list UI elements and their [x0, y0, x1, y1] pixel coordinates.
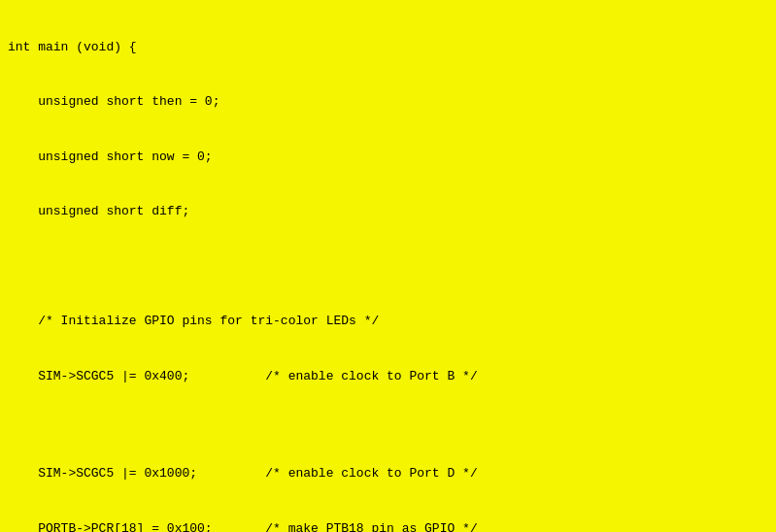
- code-line: [8, 258, 768, 277]
- top-code-block: int main (void) { unsigned short then = …: [0, 0, 776, 424]
- code-line: unsigned short diff;: [8, 203, 768, 221]
- code-line: SIM->SCGC5 |= 0x1000; /* enable clock to…: [8, 465, 768, 483]
- bottom-code-block: SIM->SCGC5 |= 0x1000; /* enable clock to…: [0, 424, 776, 532]
- code-line: SIM->SCGC5 |= 0x400; /* enable clock to …: [8, 368, 768, 386]
- code-line: PORTB->PCR[18] = 0x100; /* make PTB18 pi…: [8, 520, 768, 532]
- code-line: unsigned short now = 0;: [8, 149, 768, 167]
- code-container: int main (void) { unsigned short then = …: [0, 0, 776, 532]
- code-line: int main (void) {: [8, 39, 768, 57]
- code-line: /* Initialize GPIO pins for tri-color LE…: [8, 313, 768, 331]
- code-line: unsigned short then = 0;: [8, 93, 768, 112]
